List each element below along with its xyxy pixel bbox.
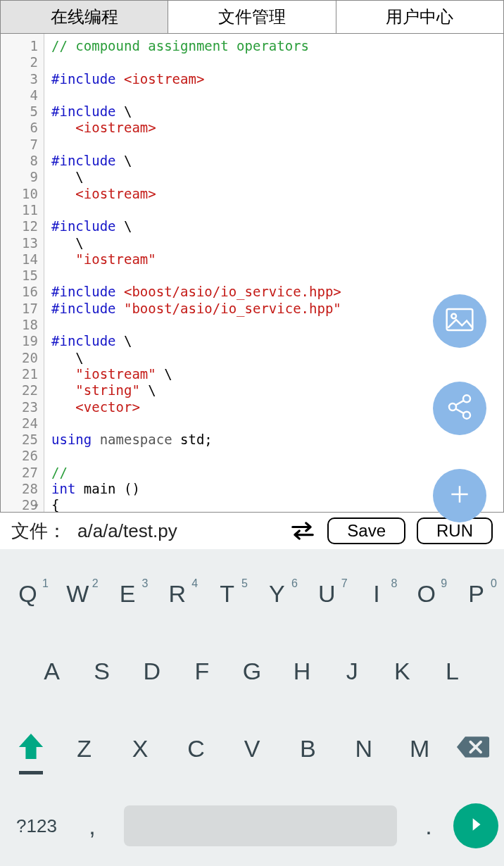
tab-user-center[interactable]: 用户中心 (336, 1, 503, 33)
key-u[interactable]: U7 (302, 580, 352, 608)
key-p[interactable]: P0 (451, 580, 501, 608)
symbols-key[interactable]: ?123 (6, 815, 68, 837)
add-button[interactable] (433, 469, 486, 522)
key-b[interactable]: B (280, 735, 336, 763)
shift-key[interactable] (6, 732, 56, 765)
tab-file-management[interactable]: 文件管理 (168, 1, 336, 33)
key-f[interactable]: F (177, 658, 227, 685)
tab-online-programming[interactable]: 在线编程 (1, 1, 168, 33)
on-screen-keyboard: Q1W2E3R4T5Y6U7I8O9P0 ASDFGHJKL ZXCVBNM ?… (0, 549, 504, 866)
file-path: a/a/a/test.py (77, 520, 177, 542)
shift-icon (18, 732, 44, 765)
key-v[interactable]: V (224, 735, 279, 763)
period-key[interactable]: . (404, 812, 453, 840)
svg-point-3 (449, 403, 456, 410)
key-z[interactable]: Z (56, 735, 112, 763)
key-l[interactable]: L (427, 658, 477, 685)
key-s[interactable]: S (77, 658, 127, 685)
key-n[interactable]: N (336, 735, 391, 763)
save-button[interactable]: Save (327, 517, 405, 544)
key-c[interactable]: C (168, 735, 224, 763)
comma-key[interactable]: , (68, 812, 117, 840)
key-r[interactable]: R4 (152, 580, 202, 608)
key-t[interactable]: T5 (202, 580, 252, 608)
image-icon (446, 306, 474, 337)
key-h[interactable]: H (277, 658, 327, 685)
key-d[interactable]: D (127, 658, 177, 685)
backspace-key[interactable] (448, 734, 498, 763)
svg-point-1 (451, 314, 456, 319)
key-y[interactable]: Y6 (252, 580, 302, 608)
svg-rect-0 (447, 309, 473, 330)
swap-button[interactable] (289, 520, 316, 541)
plus-icon (446, 480, 474, 511)
key-w[interactable]: W2 (53, 580, 103, 608)
key-i[interactable]: I8 (352, 580, 402, 608)
key-x[interactable]: X (112, 735, 168, 763)
svg-point-4 (463, 412, 470, 419)
share-icon (446, 393, 474, 424)
key-k[interactable]: K (377, 658, 427, 685)
key-g[interactable]: G (227, 658, 277, 685)
image-button[interactable] (433, 294, 486, 348)
swap-icon (289, 532, 316, 544)
top-tabs: 在线编程 文件管理 用户中心 (0, 0, 504, 34)
backspace-icon (456, 734, 490, 763)
line-number-gutter: 1234567891011121314151617181920212223242… (1, 34, 44, 512)
key-o[interactable]: O9 (401, 580, 451, 608)
space-key[interactable] (124, 805, 397, 846)
svg-point-2 (463, 395, 470, 402)
enter-key[interactable] (453, 803, 498, 848)
share-button[interactable] (433, 382, 486, 435)
key-m[interactable]: M (392, 735, 448, 763)
chevron-right-icon (467, 815, 485, 836)
file-toolbar: 文件： a/a/a/test.py Save RUN (0, 513, 504, 549)
key-a[interactable]: A (27, 658, 77, 685)
code-editor[interactable]: 1234567891011121314151617181920212223242… (0, 34, 504, 513)
key-q[interactable]: Q1 (3, 580, 53, 608)
key-e[interactable]: E3 (103, 580, 153, 608)
file-label: 文件： (11, 519, 66, 544)
floating-buttons (433, 294, 486, 522)
key-j[interactable]: J (327, 658, 377, 685)
